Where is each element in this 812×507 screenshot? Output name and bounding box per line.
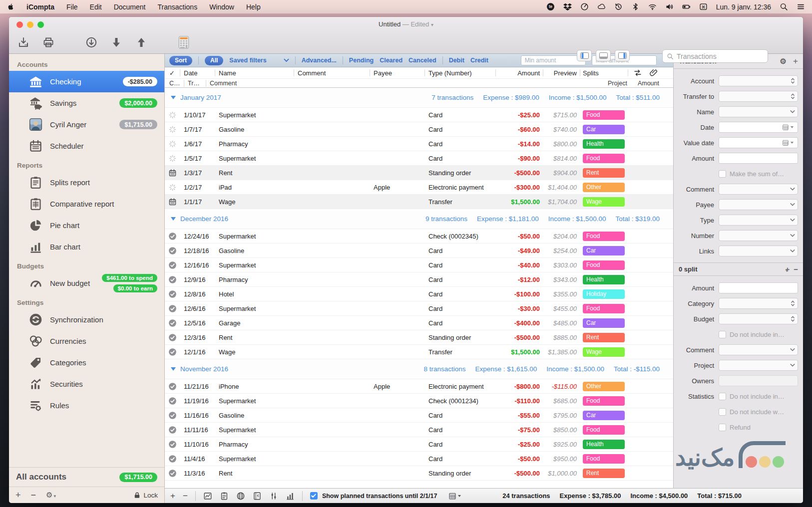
text-input[interactable] [719,282,798,293]
column-type[interactable]: Type (Number) [425,69,496,77]
combo-select[interactable] [719,246,798,256]
disk-icon[interactable] [580,2,589,11]
combo-select[interactable] [719,230,798,241]
cloud-icon[interactable] [597,2,606,11]
print-button[interactable] [42,36,54,48]
transaction-row[interactable]: 11/16/16GasolineCard-$55.00$795.00Car [165,408,673,423]
sidebar-item-cyril-anger[interactable]: Cyril Anger$1,715.00 [9,114,164,135]
split-remove-button[interactable]: − [794,265,798,273]
transaction-row[interactable]: 12/1/16WageTransfer$1,500.00$1,385.00Wag… [165,345,673,359]
app-menu[interactable]: iCompta [26,3,54,11]
transaction-row[interactable]: 1/1/17WageTransfer$1,500.00$1,704.00Wage [165,195,673,209]
menu-file[interactable]: File [66,3,78,11]
column-amount[interactable]: Amount [496,69,542,77]
checkbox[interactable] [719,170,726,178]
transaction-row[interactable]: 11/11/16SupermarketCard-$75.00$850.00Foo… [165,423,673,437]
move-down-button[interactable] [110,36,122,48]
transaction-row[interactable]: 11/21/16iPhoneAppleElectronic payment-$8… [165,379,673,394]
te-icon[interactable]: te [546,2,555,11]
export-button[interactable] [17,36,29,48]
inspector-add-button[interactable]: + [793,56,798,66]
group-header[interactable]: November 20168 transactionsExpense : $1,… [165,359,673,379]
toggle-right-panel-button[interactable] [615,50,630,61]
show-planned-label[interactable]: Show planned transactions until 2/1/17 [322,493,437,500]
notification-center-icon[interactable] [797,2,805,11]
transaction-row[interactable]: 1/7/17GasolineCard-$60.00$740.00Car [165,122,673,137]
column-splits[interactable]: Splits [579,69,627,77]
combo-select[interactable] [719,184,798,195]
column-project[interactable]: Project [608,80,627,87]
checkbox[interactable] [719,408,726,416]
battery-icon[interactable] [682,2,691,11]
remove-transaction-button[interactable]: − [183,492,188,500]
apple-menu-icon[interactable] [7,2,14,11]
search-input[interactable]: Transactions [662,49,768,63]
transaction-row[interactable]: 12/9/16PharmacyCard-$12.00$343.00Health [165,272,673,287]
combo-select[interactable] [719,344,798,355]
checkbox[interactable] [719,393,726,400]
web-import-button[interactable] [236,492,245,501]
remove-account-button[interactable]: − [31,491,36,500]
history-icon[interactable] [614,2,623,11]
filter-credit-button[interactable]: Credit [470,57,488,64]
sidebar-item-securities[interactable]: Securities [9,373,164,395]
transaction-row[interactable]: 1/5/17SupermarketCard-$90.00$814.00Food [165,151,673,166]
keyboard-icon[interactable]: ⌘ [699,2,708,11]
sidebar-item-scheduler[interactable]: Scheduler [9,135,164,157]
text-input[interactable] [719,375,798,386]
column-comment[interactable]: Comment [295,69,371,77]
transaction-row[interactable]: 11/3/16RentStanding order-$500.00$1,000.… [165,466,673,481]
chart-view-button[interactable] [203,492,212,501]
saved-filters-chevron-icon[interactable] [284,58,289,62]
filter-debit-button[interactable]: Debit [449,57,464,64]
column-payee[interactable]: Payee [371,69,425,77]
menu-transactions[interactable]: Transactions [158,3,198,11]
inspector-gear-icon[interactable]: ⚙ [780,57,787,66]
menu-window[interactable]: Window [209,3,234,11]
transaction-row[interactable]: 12/6/16SupermarketCard-$30.00$455.00Food [165,301,673,316]
stepper-select[interactable] [719,75,798,86]
checkbox[interactable] [719,424,726,431]
column-check[interactable]: ✓ [165,69,180,77]
all-accounts-row[interactable]: All accounts $1,715.00 [9,467,164,487]
dropbox-icon[interactable] [563,2,572,11]
sidebar-item-checking[interactable]: Checking-$285.00 [9,71,164,92]
menu-clock[interactable]: Lun. 9 janv. 12:36 [716,3,771,11]
spotlight-icon[interactable] [780,2,788,11]
text-input[interactable] [719,153,798,164]
stepper-select[interactable] [719,298,798,309]
transaction-row[interactable]: 11/4/16SupermarketCard-$50.00$950.00Food [165,452,673,466]
sidebar-item-savings[interactable]: Savings$2,000.00 [9,92,164,114]
min-amount-input[interactable]: Min amount [521,55,586,65]
transaction-row[interactable]: 12/18/16GasolineCard-$49.00$254.00Car [165,244,673,258]
advanced-filter-button[interactable]: Advanced... [302,57,337,64]
transaction-row[interactable]: 11/10/16PharmacyCard-$25.00$925.00Health [165,437,673,452]
sidebar-item-splits-report[interactable]: Splits report [9,172,164,193]
column-transfer[interactable]: Tr… [188,80,200,87]
combo-select[interactable] [719,360,798,371]
date-input[interactable] [719,137,798,148]
column-cleared[interactable]: C… [169,80,180,87]
compare-button[interactable] [269,492,278,501]
volume-icon[interactable] [665,2,674,11]
transaction-row[interactable]: 12/8/16HotelCard-$100.00$355.00Holiday [165,287,673,301]
sidebar-item-categories[interactable]: Categories [9,352,164,373]
add-account-button[interactable]: + [15,491,21,500]
group-header[interactable]: December 20169 transactionsExpense : $1,… [165,209,673,229]
title-chevron-icon[interactable]: ▾ [431,22,433,27]
transaction-row[interactable]: 12/5/16GarageCard-$400.00$485.00Car [165,316,673,330]
calculator-button[interactable] [178,36,189,49]
column-comment2[interactable]: Comment [210,80,237,87]
column-split-amount[interactable]: Amount [638,80,659,87]
transaction-row[interactable]: 12/24/16SupermarketCheck (0002345)-$50.0… [165,229,673,244]
menu-document[interactable]: Document [114,3,146,11]
statistics-button[interactable] [286,492,295,501]
transaction-row[interactable]: 1/3/17RentStanding order-$500.00$904.00R… [165,166,673,180]
disclosure-triangle-icon[interactable] [171,367,176,371]
filter-pending-button[interactable]: Pending [349,57,374,64]
sidebar-item-bar-chart[interactable]: Bar chart [9,236,164,257]
transaction-row[interactable]: 1/6/17PharmacyCard-$14.00$800.00Health [165,137,673,151]
filter-all-button[interactable]: All [205,56,223,65]
lock-button[interactable]: Lock [133,492,158,499]
report-view-button[interactable] [220,492,229,501]
